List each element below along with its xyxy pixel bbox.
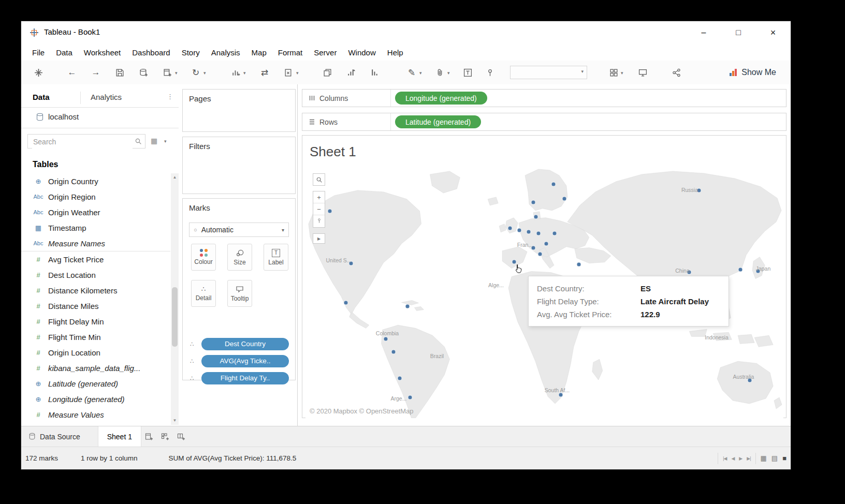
field-origin-weather[interactable]: AbcOrigin Weather (21, 204, 170, 220)
fit-selector[interactable]: ▾ (510, 66, 587, 79)
detail-button[interactable]: ∴ Detail (191, 280, 216, 307)
map-mark-8[interactable] (551, 182, 556, 186)
menu-file[interactable]: File (26, 48, 50, 57)
show-mark-labels-button[interactable] (461, 66, 474, 79)
map-mark-9[interactable] (562, 196, 567, 201)
nav-next-icon[interactable]: ▶ (739, 456, 742, 461)
connection-row[interactable]: localhost (21, 107, 179, 128)
menu-map[interactable]: Map (246, 48, 272, 57)
map-canvas[interactable]: United S...ColombiaBrazilArge...Alge...F… (305, 167, 783, 418)
menu-help[interactable]: Help (382, 48, 409, 57)
clear-sheet-caret-icon[interactable]: ▾ (296, 70, 299, 76)
map-mark-4[interactable] (384, 337, 388, 342)
sort-ascending-button[interactable] (344, 66, 358, 79)
pill-longitude-generated[interactable]: Longitude (generated) (395, 92, 487, 105)
field-origin-country[interactable]: ⊕Origin Country (21, 173, 170, 189)
map-mark-6[interactable] (398, 376, 402, 381)
map-search-button[interactable] (313, 173, 325, 186)
mark-type-dropdown[interactable]: ○ Automatic ▾ (189, 223, 289, 237)
map-mark-3[interactable] (405, 304, 410, 309)
field-avg-ticket-price[interactable]: #Avg Ticket Price (21, 251, 170, 267)
field-kibana-sample-data-flig[interactable]: #kibana_sample_data_flig... (21, 360, 170, 376)
search-input[interactable] (32, 135, 133, 149)
tab-analytics[interactable]: Analytics (91, 93, 122, 101)
field-longitude-generated[interactable]: ⊕Longitude (generated) (21, 391, 170, 407)
view-as-grid-icon[interactable]: ▦ (151, 137, 157, 145)
presentation-mode-button[interactable] (636, 66, 649, 79)
field-flight-delay-min[interactable]: #Flight Delay Min (21, 314, 170, 329)
map-mark-5[interactable] (391, 350, 396, 354)
search-options-caret-icon[interactable]: ▾ (164, 139, 167, 144)
duplicate-button[interactable] (320, 66, 334, 79)
size-button[interactable]: Size (227, 244, 252, 271)
map-mark-10[interactable] (531, 200, 536, 204)
zoom-in-button[interactable]: + (313, 191, 325, 203)
fix-axes-button[interactable] (483, 66, 497, 79)
start-page-logo-icon[interactable] (32, 66, 45, 79)
nav-last-icon[interactable]: ▶| (747, 456, 750, 461)
menu-analysis[interactable]: Analysis (206, 48, 246, 57)
field-dest-location[interactable]: #Dest Location (21, 267, 170, 283)
map-pin-button[interactable] (313, 215, 325, 227)
clear-sheet-button[interactable] (281, 66, 295, 79)
tab-data[interactable]: Data (33, 93, 50, 101)
tooltip-button[interactable]: Tooltip (227, 280, 252, 307)
search-box[interactable] (27, 134, 145, 149)
menu-dashboard[interactable]: Dashboard (126, 48, 176, 57)
rows-shelf[interactable]: Rows Latitude (generated) (302, 113, 786, 131)
new-dashboard-tab-button[interactable] (157, 426, 173, 447)
map-mark-17[interactable] (544, 241, 549, 246)
map-mark-13[interactable] (517, 228, 522, 232)
map-mark-14[interactable] (527, 229, 531, 234)
field-flight-time-min[interactable]: #Flight Time Min (21, 329, 170, 345)
show-me-button[interactable]: Show Me (729, 66, 776, 79)
menu-story[interactable]: Story (176, 48, 206, 57)
map-mark-12[interactable] (508, 226, 513, 230)
menu-window[interactable]: Window (342, 48, 381, 57)
share-button[interactable] (669, 66, 683, 79)
sort-descending-button[interactable] (368, 66, 382, 79)
swap-rows-columns-button[interactable]: ⇄ (258, 66, 271, 79)
scroll-up-icon[interactable]: ▲ (171, 173, 179, 182)
map-mark-0[interactable] (328, 209, 332, 213)
tab-data-source[interactable]: Data Source (21, 426, 98, 447)
pill-avg-ticket-price[interactable]: AVG(Avg Ticke.. (201, 355, 289, 367)
map-mark-7[interactable] (408, 395, 413, 400)
map-mark-2[interactable] (344, 301, 348, 305)
group-members-caret-icon[interactable]: ▾ (447, 70, 450, 76)
new-worksheet-button[interactable] (161, 66, 174, 79)
map-mark-15[interactable] (536, 231, 541, 235)
menu-worksheet[interactable]: Worksheet (78, 48, 126, 57)
highlight-button[interactable]: ✎ (405, 66, 418, 79)
map-mark-19[interactable] (538, 251, 543, 256)
columns-shelf[interactable]: Columns Longitude (generated) (302, 89, 786, 107)
zoom-out-button[interactable]: − (313, 203, 325, 215)
colour-button[interactable]: Colour (191, 244, 216, 271)
view-solid-icon[interactable]: ■ (782, 454, 786, 462)
pane-options-icon[interactable]: ⋮ (167, 93, 173, 100)
field-origin-location[interactable]: #Origin Location (21, 345, 170, 360)
new-data-source-button[interactable] (137, 66, 150, 79)
show-hide-cards-caret-icon[interactable]: ▾ (621, 70, 623, 76)
label-button[interactable]: T Label (264, 244, 288, 271)
new-worksheet-dropdown-caret-icon[interactable]: ▾ (175, 70, 178, 76)
save-button[interactable] (113, 66, 126, 79)
pages-shelf[interactable]: Pages (182, 89, 296, 132)
field-origin-region[interactable]: AbcOrigin Region (21, 189, 170, 204)
show-hide-cards-button[interactable] (607, 66, 620, 79)
field-distance-miles[interactable]: #Distance Miles (21, 298, 170, 314)
map-controls-expand-icon[interactable]: ▶ (313, 233, 325, 244)
refresh-data-button[interactable]: ↻ (189, 66, 202, 79)
pill-latitude-generated[interactable]: Latitude (generated) (395, 115, 481, 128)
pill-dest-country[interactable]: Dest Country (201, 338, 289, 350)
run-update-button[interactable] (229, 66, 242, 79)
field-distance-kilometers[interactable]: #Distance Kilometers (21, 283, 170, 298)
field-measure-values[interactable]: #Measure Values (21, 407, 170, 422)
view-grid-icon[interactable]: ▦ (761, 454, 767, 462)
map-mark-16[interactable] (552, 231, 557, 235)
nav-prev-icon[interactable]: ◀ (731, 456, 734, 461)
run-update-caret-icon[interactable]: ▾ (243, 70, 246, 76)
scrollbar-thumb[interactable] (172, 287, 178, 347)
field-measure-names[interactable]: AbcMeasure Names (21, 235, 170, 251)
scroll-down-icon[interactable]: ▼ (171, 417, 179, 425)
